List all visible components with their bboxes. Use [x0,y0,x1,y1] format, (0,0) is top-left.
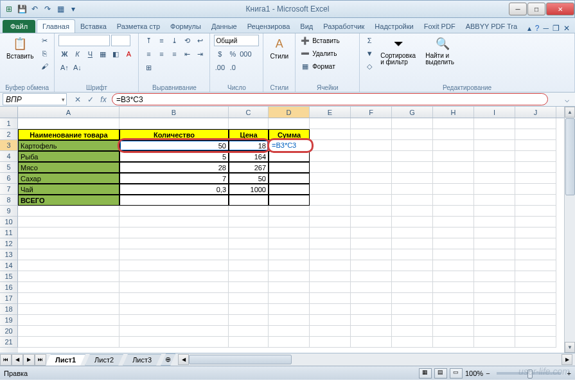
cell-F9[interactable] [351,206,392,217]
file-tab[interactable]: Файл [3,20,35,33]
row-header-8[interactable]: 8 [0,195,18,206]
cell-F7[interactable] [351,184,392,195]
cell-H7[interactable] [433,184,474,195]
cell-D8[interactable] [269,195,310,206]
cell-D1[interactable] [269,118,310,129]
cell-E7[interactable] [310,184,351,195]
cell-G8[interactable] [392,195,433,206]
excel-icon[interactable]: ⊞ [3,3,15,15]
insert-cells-icon[interactable]: ➕ [299,35,311,46]
cell-A14[interactable] [18,260,119,271]
page-break-icon[interactable]: ▭ [450,368,463,379]
cell-G12[interactable] [392,238,433,249]
cell-C10[interactable] [229,217,269,227]
tab-developer[interactable]: Разработчик [318,20,369,33]
cancel-formula-icon[interactable]: ✕ [72,94,84,105]
comma-icon[interactable]: 000 [240,48,251,60]
cell-E17[interactable] [310,293,351,304]
cell-H16[interactable] [433,282,474,293]
vertical-scrollbar[interactable]: ▲ ▼ [564,107,575,353]
cell-C7[interactable]: 1000 [229,184,269,195]
cell-H1[interactable] [433,118,474,129]
cell-C3[interactable]: 18 [229,140,269,151]
cell-B1[interactable] [119,118,229,129]
cell-A21[interactable] [18,337,119,348]
cell-J17[interactable] [515,293,556,304]
cell-I8[interactable] [474,195,515,206]
cell-B12[interactable] [119,238,229,249]
cell-I4[interactable] [474,151,515,162]
cell-D11[interactable] [269,227,310,238]
cell-E19[interactable] [310,315,351,326]
cell-I18[interactable] [474,304,515,315]
row-header-5[interactable]: 5 [0,162,18,173]
cell-J10[interactable] [515,217,556,227]
decrease-decimal-icon[interactable]: .0 [227,62,238,73]
cell-A13[interactable] [18,249,119,260]
cell-J4[interactable] [515,151,556,162]
cell-B6[interactable]: 7 [119,173,229,184]
row-header-1[interactable]: 1 [0,118,18,129]
cell-A5[interactable]: Мясо [18,162,119,173]
cell-F5[interactable] [351,162,392,173]
cell-C8[interactable] [229,195,269,206]
cell-F12[interactable] [351,238,392,249]
cell-J5[interactable] [515,162,556,173]
row-header-3[interactable]: 3 [0,140,18,151]
sheet-nav-last-icon[interactable]: ⏭ [35,354,46,366]
save-icon[interactable]: 💾 [16,3,28,15]
cell-J11[interactable] [515,227,556,238]
cell-F16[interactable] [351,282,392,293]
cell-A10[interactable] [18,217,119,227]
cell-B16[interactable] [119,282,229,293]
grow-font-icon[interactable]: A↑ [58,62,70,73]
name-box[interactable]: ВПР [3,93,67,105]
cell-E10[interactable] [310,217,351,227]
cell-B14[interactable] [119,260,229,271]
tab-data[interactable]: Данные [206,20,242,33]
cell-B15[interactable] [119,271,229,282]
zoom-out-icon[interactable]: − [486,370,490,377]
column-header-H[interactable]: H [433,107,474,118]
cell-D6[interactable] [269,173,310,184]
cell-J18[interactable] [515,304,556,315]
doc-restore-icon[interactable]: ❐ [553,24,560,33]
cell-J14[interactable] [515,260,556,271]
cell-J13[interactable] [515,249,556,260]
cell-J1[interactable] [515,118,556,129]
cell-H6[interactable] [433,173,474,184]
cell-G11[interactable] [392,227,433,238]
tab-abbyy[interactable]: ABBYY PDF Tra [461,20,523,33]
cell-I19[interactable] [474,315,515,326]
font-family-select[interactable] [58,35,110,46]
align-bottom-icon[interactable]: ⤓ [168,35,180,46]
cell-E15[interactable] [310,271,351,282]
cell-C4[interactable]: 164 [229,151,269,162]
orientation-icon[interactable]: ⟲ [181,35,193,46]
autosum-icon[interactable]: Σ [364,35,375,46]
cell-B2[interactable]: Количество [119,129,229,140]
increase-decimal-icon[interactable]: .00 [214,62,226,73]
cell-B13[interactable] [119,249,229,260]
cell-F17[interactable] [351,293,392,304]
border-icon[interactable]: ▦ [97,48,109,60]
cell-I9[interactable] [474,206,515,217]
row-header-6[interactable]: 6 [0,173,18,184]
cell-I5[interactable] [474,162,515,173]
cell-G1[interactable] [392,118,433,129]
cell-C17[interactable] [229,293,269,304]
cell-I13[interactable] [474,249,515,260]
cell-A20[interactable] [18,326,119,337]
row-header-12[interactable]: 12 [0,238,18,249]
currency-icon[interactable]: $ [214,48,226,60]
cell-G17[interactable] [392,293,433,304]
scroll-right-icon[interactable]: ▶ [562,354,572,365]
align-center-icon[interactable]: ≡ [155,48,167,60]
cell-C20[interactable] [229,326,269,337]
cell-A1[interactable] [18,118,119,129]
cell-B17[interactable] [119,293,229,304]
cell-D21[interactable] [269,337,310,348]
cell-I11[interactable] [474,227,515,238]
column-header-B[interactable]: B [119,107,229,118]
cell-J3[interactable] [515,140,556,151]
